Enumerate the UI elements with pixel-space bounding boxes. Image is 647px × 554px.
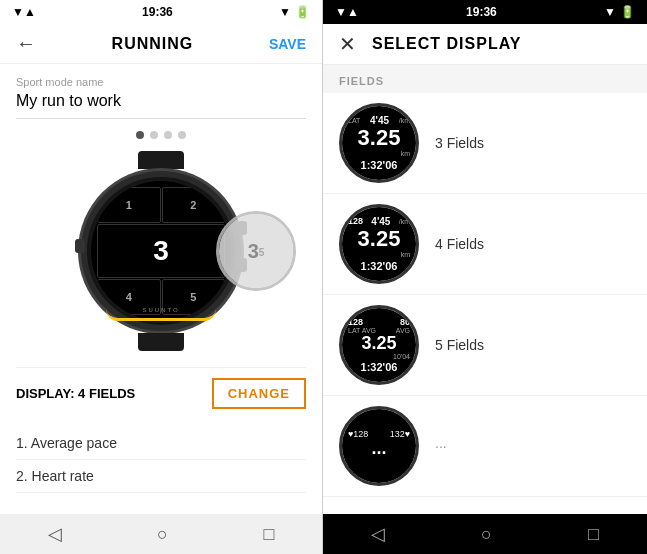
option-3-fields[interactable]: LAT 4'45 /km 3.25 km 1:32'06 3 Fields (323, 93, 647, 194)
left-status-icons: ▼ 🔋 (279, 5, 310, 19)
list-item: 2. Heart rate (16, 460, 306, 493)
save-button[interactable]: SAVE (269, 36, 306, 52)
right-battery-icon: 🔋 (620, 5, 635, 19)
right-status-time: 19:36 (466, 5, 497, 19)
watch-5fields-face: 128 80 LAT AVG AVG 3.25 10'04 1:32'06 (342, 308, 416, 382)
dot-1 (136, 131, 144, 139)
right-home-nav-icon[interactable]: ○ (481, 524, 492, 545)
display-label: DISPLAY: 4 FIELDS (16, 386, 135, 401)
left-header: ← RUNNING SAVE (0, 24, 322, 64)
watch-3fields-face: LAT 4'45 /km 3.25 km 1:32'06 (342, 106, 416, 180)
watch-more-face: ♥128 132♥ ··· (342, 409, 416, 483)
option-more-label: ··· (435, 438, 447, 454)
dot-2 (150, 131, 158, 139)
right-header: ✕ SELECT DISPLAY (323, 24, 647, 65)
option-3fields-label: 3 Fields (435, 135, 484, 151)
secondary-watch-face: 3 5 (219, 214, 293, 288)
field-name: Heart rate (32, 468, 94, 484)
left-content: Sport mode name My run to work (0, 64, 322, 514)
back-nav-icon[interactable]: ◁ (48, 523, 62, 545)
right-scroll[interactable]: FIELDS LAT 4'45 /km 3.25 km 1:32'06 3 F (323, 65, 647, 514)
field-num: 1. (16, 435, 31, 451)
dot-4 (178, 131, 186, 139)
left-panel: ▼▲ 19:36 ▼ 🔋 ← RUNNING SAVE Sport mode n… (0, 0, 323, 554)
section-label: FIELDS (323, 65, 647, 93)
right-status-signal: ▼▲ (335, 5, 359, 19)
left-nav-bar: ◁ ○ □ (0, 514, 322, 554)
watch-display: 1 2 3 4 5 SUUNTO 3 (16, 151, 306, 351)
sport-mode-label: Sport mode name (16, 76, 306, 88)
page-title: RUNNING (112, 35, 194, 53)
watch-5fields-icon: 128 80 LAT AVG AVG 3.25 10'04 1:32'06 (339, 305, 419, 385)
right-recent-nav-icon[interactable]: □ (588, 524, 599, 545)
right-nav-bar: ◁ ○ □ (323, 514, 647, 554)
right-wifi-icon: ▼ (604, 5, 616, 19)
left-status-time: 19:36 (142, 5, 173, 19)
right-panel: ▼▲ 19:36 ▼ 🔋 ✕ SELECT DISPLAY FIELDS LAT… (323, 0, 647, 554)
sport-mode-value[interactable]: My run to work (16, 92, 306, 119)
watch-face: 1 2 3 4 5 SUUNTO (91, 181, 231, 321)
back-button[interactable]: ← (16, 32, 36, 55)
right-status-bar: ▼▲ 19:36 ▼ 🔋 (323, 0, 647, 24)
list-item: 1. Average pace (16, 427, 306, 460)
wifi-icon: ▼ (279, 5, 291, 19)
display-row: DISPLAY: 4 FIELDS CHANGE (16, 367, 306, 419)
option-4fields-label: 4 Fields (435, 236, 484, 252)
left-status-signal: ▼▲ (12, 5, 36, 19)
dot-3 (164, 131, 172, 139)
watch-more-icon: ♥128 132♥ ··· (339, 406, 419, 486)
option-5-fields[interactable]: 128 80 LAT AVG AVG 3.25 10'04 1:32'06 5 … (323, 295, 647, 396)
close-button[interactable]: ✕ (339, 32, 356, 56)
watch-4fields-face: 128 4'45 /km 3.25 km 1:32'06 (342, 207, 416, 281)
field-name: Average pace (31, 435, 117, 451)
right-page-title: SELECT DISPLAY (372, 35, 521, 53)
home-nav-icon[interactable]: ○ (157, 524, 168, 545)
secondary-watch: 3 5 (216, 211, 296, 291)
option-more-fields[interactable]: ♥128 132♥ ··· ··· (323, 396, 647, 497)
right-status-icons: ▼ 🔋 (604, 5, 635, 19)
watch-4fields-icon: 128 4'45 /km 3.25 km 1:32'06 (339, 204, 419, 284)
field-num: 2. (16, 468, 32, 484)
right-back-nav-icon[interactable]: ◁ (371, 523, 385, 545)
battery-icon: 🔋 (295, 5, 310, 19)
fields-list: 1. Average pace 2. Heart rate (16, 427, 306, 493)
page-dots (16, 131, 306, 139)
option-4-fields[interactable]: 128 4'45 /km 3.25 km 1:32'06 4 Fields (323, 194, 647, 295)
watch-3fields-icon: LAT 4'45 /km 3.25 km 1:32'06 (339, 103, 419, 183)
left-status-bar: ▼▲ 19:36 ▼ 🔋 (0, 0, 322, 24)
recent-nav-icon[interactable]: □ (263, 524, 274, 545)
change-button[interactable]: CHANGE (212, 378, 306, 409)
option-5fields-label: 5 Fields (435, 337, 484, 353)
